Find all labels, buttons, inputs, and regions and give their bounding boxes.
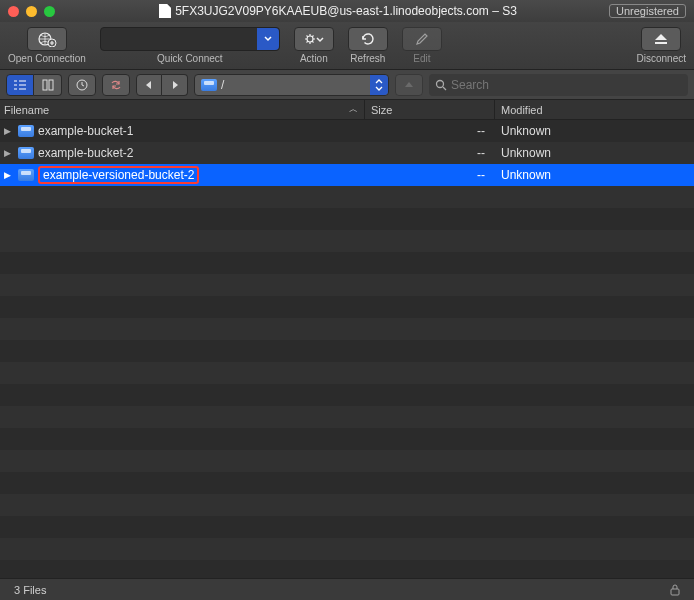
disclosure-triangle-icon[interactable]: ▶ (4, 170, 14, 180)
column-filename[interactable]: Filename ︿ (0, 100, 365, 119)
table-row[interactable]: ▶example-bucket-2--Unknown (0, 142, 694, 164)
quick-connect-dropdown[interactable] (257, 28, 279, 50)
column-modified-label: Modified (501, 104, 543, 116)
open-connection-button[interactable] (27, 27, 67, 51)
table-row[interactable] (0, 186, 694, 208)
transfers-button[interactable] (102, 74, 130, 96)
search-input[interactable] (451, 78, 682, 92)
disclosure-triangle-icon[interactable]: ▶ (4, 126, 14, 136)
table-row[interactable]: ▶example-versioned-bucket-2--Unknown (0, 164, 694, 186)
disconnect-label: Disconnect (637, 53, 686, 64)
svg-rect-5 (49, 80, 53, 90)
row-size: -- (365, 168, 495, 182)
nav-forward-button[interactable] (162, 74, 188, 96)
table-row[interactable] (0, 450, 694, 472)
window-title: 5FX3UJG2V09PY6KAAEUB@us-east-1.linodeobj… (67, 4, 609, 18)
table-row[interactable] (0, 252, 694, 274)
refresh-button[interactable] (348, 27, 388, 51)
row-modified: Unknown (495, 124, 694, 138)
quick-connect-tool: Quick Connect (100, 27, 280, 64)
table-row[interactable] (0, 230, 694, 252)
table-row[interactable] (0, 274, 694, 296)
column-filename-label: Filename (4, 104, 49, 116)
edit-button[interactable] (402, 27, 442, 51)
refresh-tool: Refresh (348, 27, 388, 64)
stepper-icon (375, 79, 383, 91)
drive-icon (201, 79, 217, 91)
table-row[interactable] (0, 384, 694, 406)
column-size-label: Size (371, 104, 392, 116)
file-list[interactable]: ▶example-bucket-1--Unknown▶example-bucke… (0, 120, 694, 578)
path-dropdown[interactable] (370, 75, 388, 95)
window-controls (8, 6, 55, 17)
column-view-icon (42, 79, 54, 91)
history-button[interactable] (68, 74, 96, 96)
triangle-up-icon (404, 80, 414, 90)
table-row[interactable]: ▶example-bucket-1--Unknown (0, 120, 694, 142)
zoom-window-button[interactable] (44, 6, 55, 17)
column-size[interactable]: Size (365, 100, 495, 119)
column-modified[interactable]: Modified (495, 100, 694, 119)
quick-connect-combo[interactable] (100, 27, 280, 51)
svg-point-7 (437, 80, 444, 87)
table-row[interactable] (0, 516, 694, 538)
bucket-icon (18, 147, 34, 159)
edit-tool: Edit (402, 27, 442, 64)
disconnect-button[interactable] (641, 27, 681, 51)
status-bar: 3 Files (0, 578, 694, 600)
row-modified: Unknown (495, 168, 694, 182)
table-row[interactable] (0, 340, 694, 362)
action-label: Action (300, 53, 328, 64)
minimize-window-button[interactable] (26, 6, 37, 17)
unregistered-badge: Unregistered (609, 4, 686, 18)
disclosure-triangle-icon[interactable]: ▶ (4, 148, 14, 158)
bucket-icon (18, 125, 34, 137)
document-icon (159, 4, 171, 18)
window-title-text: 5FX3UJG2V09PY6KAAEUB@us-east-1.linodeobj… (175, 4, 517, 18)
table-row[interactable] (0, 560, 694, 578)
triangle-left-icon (144, 80, 154, 90)
close-window-button[interactable] (8, 6, 19, 17)
row-filename: example-versioned-bucket-2 (38, 166, 199, 184)
row-filename: example-bucket-1 (38, 124, 133, 138)
open-connection-tool: Open Connection (8, 27, 86, 64)
search-icon (435, 79, 447, 91)
title-bar: 5FX3UJG2V09PY6KAAEUB@us-east-1.linodeobj… (0, 0, 694, 22)
path-combo[interactable]: / (194, 74, 389, 96)
row-filename: example-bucket-2 (38, 146, 133, 160)
svg-rect-3 (655, 42, 667, 44)
list-header: Filename ︿ Size Modified (0, 100, 694, 120)
sync-icon (109, 79, 123, 91)
action-button[interactable] (294, 27, 334, 51)
table-row[interactable] (0, 406, 694, 428)
lock-icon (670, 584, 680, 596)
svg-rect-4 (43, 80, 47, 90)
table-row[interactable] (0, 538, 694, 560)
table-row[interactable] (0, 318, 694, 340)
table-row[interactable] (0, 428, 694, 450)
sort-ascending-icon: ︿ (349, 103, 358, 116)
refresh-icon (360, 31, 376, 47)
edit-label: Edit (413, 53, 430, 64)
view-columns-button[interactable] (34, 74, 62, 96)
view-list-button[interactable] (6, 74, 34, 96)
open-connection-label: Open Connection (8, 53, 86, 64)
quick-connect-label: Quick Connect (157, 53, 223, 64)
up-folder-button[interactable] (395, 74, 423, 96)
bucket-icon (18, 169, 34, 181)
table-row[interactable] (0, 362, 694, 384)
nav-back-button[interactable] (136, 74, 162, 96)
table-row[interactable] (0, 494, 694, 516)
search-field[interactable] (429, 74, 688, 96)
status-count: 3 Files (14, 584, 46, 596)
row-size: -- (365, 146, 495, 160)
row-modified: Unknown (495, 146, 694, 160)
triangle-right-icon (170, 80, 180, 90)
svg-rect-8 (671, 589, 679, 595)
action-tool: Action (294, 27, 334, 64)
refresh-label: Refresh (350, 53, 385, 64)
table-row[interactable] (0, 208, 694, 230)
table-row[interactable] (0, 296, 694, 318)
table-row[interactable] (0, 472, 694, 494)
pencil-icon (414, 31, 430, 47)
